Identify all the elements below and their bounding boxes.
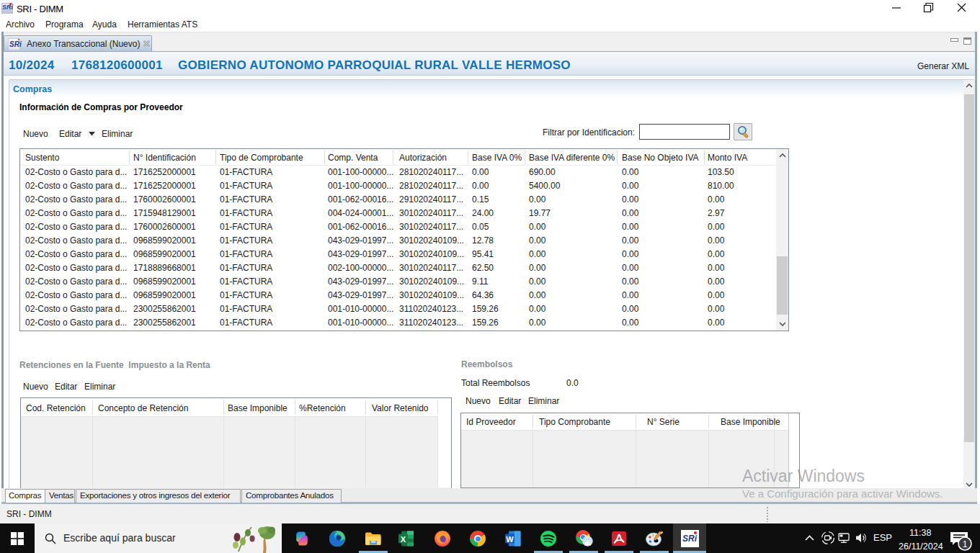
svg-text:X: X [401, 535, 406, 544]
svg-text:1: 1 [963, 539, 968, 549]
svg-text:W: W [506, 535, 514, 544]
